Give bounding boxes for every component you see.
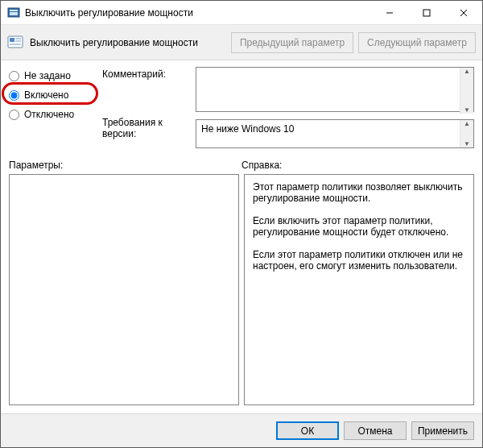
- svg-rect-8: [10, 38, 14, 42]
- svg-rect-4: [423, 10, 430, 16]
- radio-enabled[interactable]: Включено: [9, 89, 97, 101]
- options-pane: [9, 174, 239, 405]
- window-title: Выключить регулирование мощности: [25, 7, 371, 19]
- minimize-button[interactable]: [371, 1, 408, 25]
- radio-disabled-input[interactable]: [9, 110, 19, 120]
- maximize-button[interactable]: [408, 1, 445, 25]
- close-button[interactable]: [445, 1, 482, 25]
- state-radio-group: Не задано Включено Отключено: [9, 67, 97, 148]
- scroll-up-icon: ▲: [464, 68, 470, 75]
- radio-disabled-label: Отключено: [24, 109, 74, 120]
- comment-label: Комментарий:: [102, 68, 191, 80]
- header-title: Выключить регулирование мощности: [30, 37, 226, 48]
- svg-rect-10: [15, 40, 21, 42]
- help-paragraph: Если этот параметр политики отключен или…: [253, 249, 465, 272]
- requirements-box: Не ниже Windows 10 ▲ ▼: [196, 119, 474, 148]
- comment-textarea[interactable]: [196, 67, 474, 112]
- help-paragraph: Если включить этот параметр политики, ре…: [253, 215, 465, 238]
- svg-rect-9: [15, 38, 21, 39]
- help-label: Справка:: [242, 160, 474, 171]
- ok-button[interactable]: ОК: [276, 421, 339, 440]
- footer-bar: ОК Отмена Применить: [1, 413, 482, 447]
- previous-setting-button[interactable]: Предыдущий параметр: [231, 32, 353, 53]
- radio-enabled-input[interactable]: [9, 90, 19, 101]
- requirements-label: Требования к версии:: [102, 117, 191, 139]
- radio-not-configured[interactable]: Не задано: [9, 70, 97, 81]
- cancel-button[interactable]: Отмена: [344, 421, 407, 440]
- radio-enabled-label: Включено: [24, 89, 68, 101]
- svg-rect-11: [10, 44, 21, 45]
- comment-scrollbar[interactable]: ▲ ▼: [460, 68, 473, 114]
- scroll-down-icon: ▼: [464, 106, 470, 114]
- help-pane: Этот параметр политики позволяет выключи…: [244, 174, 474, 405]
- requirements-scrollbar[interactable]: ▲ ▼: [460, 120, 473, 147]
- radio-not-configured-input[interactable]: [9, 71, 19, 81]
- dialog-body: Не задано Включено Отключено Комментарий…: [1, 60, 482, 413]
- requirements-value: Не ниже Windows 10: [201, 123, 294, 135]
- next-setting-button[interactable]: Следующий параметр: [358, 32, 476, 53]
- radio-not-configured-label: Не задано: [24, 70, 71, 81]
- radio-disabled[interactable]: Отключено: [9, 109, 97, 120]
- svg-rect-2: [10, 12, 18, 15]
- header-bar: Выключить регулирование мощности Предыду…: [1, 25, 482, 60]
- scroll-up-icon: ▲: [464, 120, 470, 127]
- policy-icon: [7, 34, 25, 52]
- titlebar: Выключить регулирование мощности: [1, 1, 482, 25]
- app-icon: [7, 6, 20, 19]
- apply-button[interactable]: Применить: [411, 421, 474, 440]
- svg-rect-1: [10, 10, 18, 11]
- options-label: Параметры:: [9, 160, 242, 171]
- dialog-window: Выключить регулирование мощности Выключи…: [0, 0, 483, 448]
- scroll-down-icon: ▼: [464, 140, 470, 147]
- help-paragraph: Этот параметр политики позволяет выключи…: [253, 181, 465, 204]
